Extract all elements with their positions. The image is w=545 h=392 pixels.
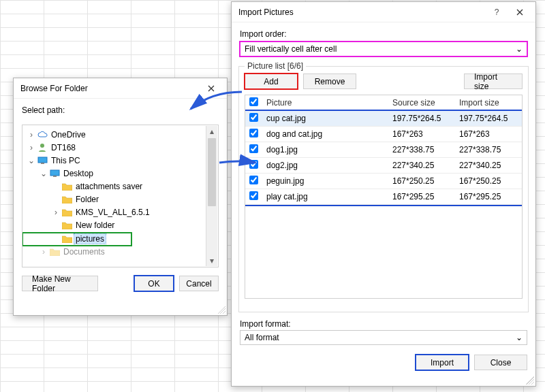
close-icon[interactable] — [200, 80, 223, 97]
table-row[interactable]: peguin.jpg 167*250.25 167*250.25 — [245, 174, 522, 189]
tree-node[interactable]: › Documents — [22, 246, 206, 259]
column-picture[interactable]: Picture — [262, 95, 388, 111]
ok-button[interactable]: OK — [134, 276, 174, 291]
tree-node[interactable]: Folder — [22, 193, 206, 206]
cell-import-size: 227*340.25 — [455, 158, 522, 174]
browse-titlebar[interactable]: Browse For Folder — [14, 78, 227, 99]
cell-picture: dog2.jpg — [262, 158, 388, 174]
resize-grip-icon[interactable] — [217, 306, 225, 314]
picture-table-container: Picture Source size Import size cup cat.… — [245, 95, 523, 299]
svg-rect-4 — [53, 176, 57, 177]
select-all-checkbox[interactable] — [249, 97, 258, 106]
row-checkbox[interactable] — [249, 176, 258, 184]
cell-source-size: 197.75*264.5 — [388, 111, 455, 127]
column-source-size[interactable]: Source size — [388, 95, 455, 111]
tree-twisty-icon[interactable]: ⌄ — [27, 156, 36, 165]
import-format-value: All format — [245, 333, 279, 342]
tree-item-icon — [36, 142, 48, 153]
picture-list-label: Picture list [6/6] — [245, 61, 306, 71]
tree-item-icon — [61, 207, 73, 218]
row-checkbox[interactable] — [249, 113, 258, 122]
tree-item-label: DT168 — [50, 143, 77, 152]
tree-node[interactable]: › OneDrive — [22, 128, 206, 141]
tree-item-label: attachments saver — [74, 182, 144, 191]
svg-rect-2 — [41, 163, 44, 164]
table-row[interactable]: dog1.jpg 227*338.75 227*338.75 — [245, 142, 522, 158]
select-path-label: Select path: — [14, 99, 227, 118]
tree-item-icon — [61, 181, 73, 192]
row-checkbox[interactable] — [249, 191, 258, 200]
cell-picture: peguin.jpg — [262, 174, 388, 189]
tree-item-label: pictures — [74, 234, 106, 244]
tree-item-label: This PC — [50, 156, 82, 165]
tree-node[interactable]: › DT168 — [22, 141, 206, 154]
cell-import-size: 167*263 — [455, 127, 522, 142]
tree-item-label: Folder — [74, 195, 100, 204]
help-icon[interactable]: ? — [485, 4, 508, 20]
table-row[interactable]: dog and cat.jpg 167*263 167*263 — [245, 127, 522, 142]
tree-scrollbar[interactable]: ▴ ▾ — [206, 126, 217, 266]
tree-twisty-icon[interactable]: › — [27, 143, 36, 152]
import-format-label: Import format: — [232, 316, 535, 330]
make-new-folder-button[interactable]: Make New Folder — [22, 276, 98, 291]
remove-button[interactable]: Remove — [303, 74, 356, 89]
cell-source-size: 167*263 — [388, 127, 455, 142]
tree-node[interactable]: › KMS_VL_ALL_6.5.1 — [22, 206, 206, 218]
svg-rect-3 — [50, 170, 59, 176]
import-pictures-window: Import Pictures ? Import order: Fill ver… — [231, 1, 536, 387]
tree-twisty-icon[interactable]: › — [51, 208, 61, 217]
tree-node[interactable]: ⌄ This PC — [22, 154, 206, 167]
resize-grip-icon[interactable] — [526, 376, 534, 385]
tree-item-icon — [61, 220, 73, 231]
row-checkbox[interactable] — [249, 144, 258, 153]
import-button[interactable]: Import — [416, 355, 469, 370]
import-format-select[interactable]: All format ⌄ — [240, 330, 527, 345]
folder-tree[interactable]: › OneDrive› DT168⌄ This PC⌄ Desktop atta… — [22, 125, 206, 267]
import-order-label: Import order: — [232, 22, 535, 42]
cell-import-size: 197.75*264.5 — [455, 111, 522, 127]
tree-item-label: OneDrive — [50, 130, 87, 140]
cell-picture: dog1.jpg — [262, 142, 388, 158]
column-import-size[interactable]: Import size — [455, 95, 522, 111]
tree-item-icon — [36, 129, 48, 140]
cell-source-size: 167*250.25 — [388, 174, 455, 189]
cell-import-size: 167*295.25 — [455, 189, 522, 205]
tree-item-label: Desktop — [62, 169, 95, 178]
svg-point-0 — [40, 144, 44, 148]
close-icon[interactable] — [508, 4, 531, 20]
cancel-button[interactable]: Cancel — [179, 276, 219, 291]
tree-item-icon — [61, 194, 73, 205]
cell-source-size: 227*340.25 — [388, 158, 455, 174]
tree-item-label: New folder — [74, 220, 116, 230]
tree-twisty-icon[interactable]: › — [39, 247, 48, 257]
table-row[interactable]: play cat.jpg 167*295.25 167*295.25 — [245, 189, 522, 205]
table-row[interactable]: dog2.jpg 227*340.25 227*340.25 — [245, 158, 522, 174]
tree-item-icon — [48, 246, 61, 257]
tree-twisty-icon[interactable]: › — [27, 130, 36, 140]
tree-item-label: KMS_VL_ALL_6.5.1 — [74, 208, 151, 217]
import-order-select[interactable]: Fill vertically cell after cell ⌄ — [240, 42, 527, 56]
browse-title: Browse For Folder — [20, 84, 200, 93]
tree-node[interactable]: pictures — [22, 233, 131, 246]
picture-list-group: Picture list [6/6] Add Remove Import siz… — [238, 66, 529, 312]
tree-item-label: Documents — [62, 247, 106, 257]
cell-source-size: 167*295.25 — [388, 189, 455, 205]
import-order-value: Fill vertically cell after cell — [245, 44, 337, 54]
row-checkbox[interactable] — [249, 129, 258, 137]
cell-picture: cup cat.jpg — [262, 111, 388, 127]
browse-folder-window: Browse For Folder Select path: › OneDriv… — [13, 78, 228, 316]
tree-item-icon — [48, 168, 61, 179]
import-titlebar[interactable]: Import Pictures ? — [232, 2, 535, 22]
table-row[interactable]: cup cat.jpg 197.75*264.5 197.75*264.5 — [245, 111, 522, 127]
tree-node[interactable]: attachments saver — [22, 180, 206, 193]
picture-table: Picture Source size Import size cup cat.… — [245, 95, 522, 205]
tree-twisty-icon[interactable]: ⌄ — [39, 169, 48, 178]
row-checkbox[interactable] — [249, 160, 258, 169]
tree-node[interactable]: New folder — [22, 218, 206, 231]
svg-rect-1 — [38, 157, 47, 163]
close-button[interactable]: Close — [474, 355, 527, 370]
cell-import-size: 227*338.75 — [455, 142, 522, 158]
add-button[interactable]: Add — [245, 74, 298, 89]
tree-node[interactable]: ⌄ Desktop — [22, 167, 206, 180]
import-size-button[interactable]: Import size — [464, 74, 523, 89]
